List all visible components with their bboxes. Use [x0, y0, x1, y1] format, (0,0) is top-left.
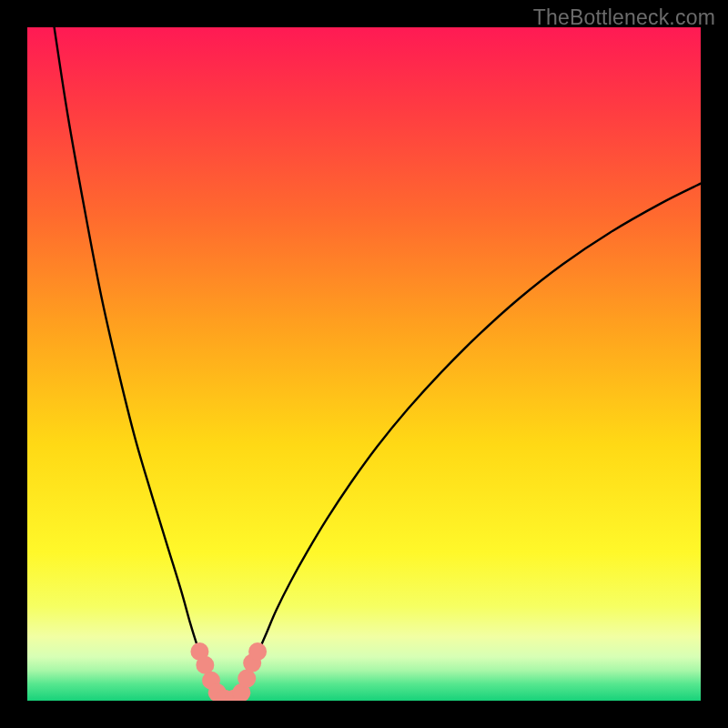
marker-dot	[196, 656, 214, 674]
plot-area	[27, 27, 701, 701]
chart-frame: TheBottleneck.com	[0, 0, 728, 728]
gradient-background	[27, 27, 701, 701]
marker-dot	[238, 670, 256, 688]
watermark-text: TheBottleneck.com	[533, 5, 715, 30]
marker-dot	[248, 642, 267, 661]
bottleneck-curve-chart	[27, 27, 701, 701]
